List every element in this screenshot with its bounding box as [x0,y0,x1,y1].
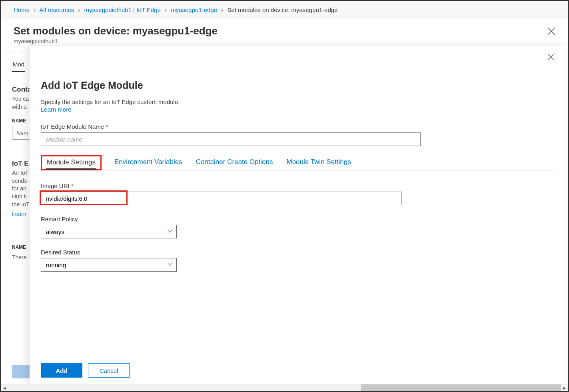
breadcrumb-all-resources[interactable]: All resources [40,6,74,13]
scroll-right-icon[interactable]: ► [561,386,568,390]
restart-policy-select[interactable]: always [41,225,177,238]
page-subtitle: myasegpuiothub1 [14,38,555,44]
desired-status-select[interactable]: running [41,258,177,272]
breadcrumb-device[interactable]: myasegpu1-edge [171,6,217,13]
learn-more-link[interactable]: Learn more [41,106,72,113]
image-uri-input[interactable] [41,192,402,205]
bg-tab-modules[interactable]: Mod [12,58,25,72]
image-uri-label: Image URI * [41,182,554,189]
chevron-right-icon: › [78,6,80,13]
breadcrumb-home[interactable]: Home [14,6,30,13]
chevron-right-icon: › [165,6,167,13]
add-module-blade: Add IoT Edge Module Specify the settings… [30,46,565,388]
tab-environment-variables[interactable]: Environment Variables [114,155,183,170]
add-button[interactable]: Add [41,363,82,378]
scrollbar-thumb[interactable] [361,384,561,392]
module-name-label: IoT Edge Module Name * [41,123,554,130]
blade-close-icon[interactable] [547,53,555,60]
desired-status-label: Desired Status [41,249,554,256]
tab-module-twin-settings[interactable]: Module Twin Settings [285,155,351,170]
breadcrumb: Home › All resources › myasegpuiothub1 |… [1,1,568,19]
restart-policy-label: Restart Policy [41,216,554,222]
scroll-left-icon[interactable]: ◄ [1,386,8,390]
blade-description: Specify the settings for an IoT Edge cus… [41,98,554,105]
chevron-right-icon: › [221,6,223,13]
cancel-button[interactable]: Cancel [88,363,130,378]
horizontal-scrollbar[interactable]: ◄ ► [1,384,568,391]
breadcrumb-hub[interactable]: myasegpuiothub1 | IoT Edge [84,6,161,13]
tab-module-settings[interactable]: Module Settings [46,155,96,170]
blade-title: Add IoT Edge Module [41,80,554,91]
blade-tabs: Module Settings Environment Variables Co… [41,155,554,170]
breadcrumb-current: Set modules on device: myasegpu1-edge [227,6,337,13]
module-name-input[interactable] [41,132,421,146]
page-title: Set modules on device: myasegpu1-edge [14,25,555,37]
tab-container-create-options[interactable]: Container Create Options [195,155,274,170]
close-icon[interactable] [547,27,555,35]
chevron-right-icon: › [34,6,36,13]
